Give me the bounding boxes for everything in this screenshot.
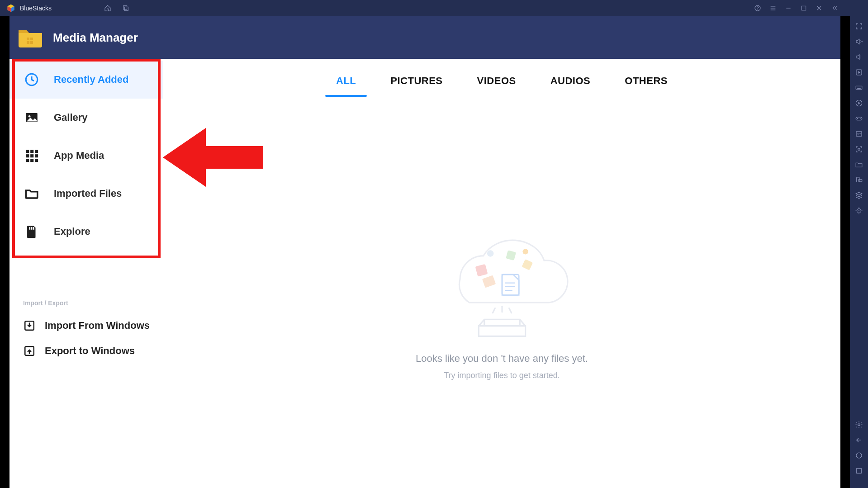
tab-label: OTHERS [625,75,668,86]
empty-state-subtitle: Try importing files to get started. [444,371,560,380]
play-square-icon[interactable] [850,68,868,77]
svg-point-10 [861,118,862,119]
tab-label: AUDIOS [550,75,591,86]
svg-rect-30 [35,150,38,153]
svg-point-3 [757,9,758,10]
picture-icon [24,110,39,125]
volume-up-icon[interactable] [850,37,868,46]
clock-icon [24,72,39,87]
svg-rect-1 [124,7,128,10]
sidebar-item-label: Imported Files [54,188,122,199]
sidebar-item-imported-files[interactable]: Imported Files [9,175,163,213]
svg-point-19 [856,453,862,458]
media-tabs: ALL PICTURES VIDEOS AUDIOS OTHERS [163,59,840,97]
tab-videos[interactable]: VIDEOS [474,71,519,97]
svg-point-9 [860,118,861,119]
tab-label: VIDEOS [477,75,516,86]
svg-rect-8 [856,117,862,120]
play-circle-icon[interactable] [850,99,868,108]
bluestacks-logo-icon [6,4,15,13]
settings-gear-icon[interactable] [850,420,868,429]
sidebar-action-label: Export to Windows [45,345,135,357]
svg-rect-21 [27,38,29,40]
svg-rect-44 [522,259,533,270]
svg-rect-43 [506,250,516,261]
stacks-icon[interactable] [850,191,868,200]
svg-point-13 [858,148,860,151]
grid-icon [24,148,39,163]
sidebar-action-export[interactable]: Export to Windows [9,338,163,364]
svg-text:APK: APK [857,133,862,135]
svg-point-17 [859,210,859,211]
tab-audios[interactable]: AUDIOS [548,71,593,97]
media-manager-folder-icon [18,27,43,48]
sidebar-item-label: App Media [54,150,104,161]
sidebar-item-app-media[interactable]: App Media [9,137,163,175]
windows-icon[interactable] [119,0,132,16]
titlebar: BlueStacks [0,0,868,16]
tab-others[interactable]: OTHERS [622,71,670,97]
back-icon[interactable] [850,436,868,445]
sidebar-section-label: Import / Export [9,296,163,313]
tab-pictures[interactable]: PICTURES [388,71,445,97]
svg-rect-42 [475,264,488,277]
fullscreen-icon[interactable] [850,22,868,31]
sidebar-item-label: Recently Added [54,74,128,85]
gamepad-icon[interactable] [850,114,868,123]
files-folder-icon[interactable] [850,160,868,169]
empty-state-title: Looks like you don 't have any files yet… [416,353,588,365]
empty-cloud-illustration-icon [432,204,572,346]
content-area: ALL PICTURES VIDEOS AUDIOS OTHERS [163,59,840,488]
collapse-sidebar-icon[interactable] [828,0,841,16]
sidebar-item-recently-added[interactable]: Recently Added [9,61,163,99]
svg-rect-38 [31,227,33,230]
menu-icon[interactable] [767,0,779,16]
rotate-icon[interactable] [850,175,868,185]
svg-rect-34 [26,159,29,162]
svg-rect-22 [30,38,33,40]
app-header: Media Manager [9,16,840,59]
home-icon[interactable] [101,0,114,16]
tab-label: PICTURES [390,75,442,86]
svg-rect-47 [482,275,495,288]
svg-rect-36 [35,159,38,162]
svg-rect-0 [123,6,127,9]
titlebar-app-name: BlueStacks [20,5,52,12]
sdcard-icon [24,224,39,239]
svg-rect-35 [30,159,33,162]
svg-rect-31 [26,154,29,157]
sidebar-item-explore[interactable]: Explore [9,213,163,251]
help-icon[interactable] [751,0,764,16]
export-icon [23,345,36,357]
right-toolbar: APK [850,16,868,488]
svg-rect-39 [33,227,34,230]
screenshot-icon[interactable] [850,145,868,154]
sidebar-action-import[interactable]: Import From Windows [9,313,163,338]
svg-rect-4 [802,6,806,10]
folder-outline-icon [24,186,39,201]
svg-rect-20 [857,469,862,474]
close-icon[interactable] [813,0,825,16]
svg-line-50 [509,308,511,313]
keyboard-icon[interactable] [850,83,868,92]
svg-rect-6 [856,86,862,90]
sidebar-item-gallery[interactable]: Gallery [9,99,163,137]
maximize-icon[interactable] [797,0,810,16]
svg-point-27 [28,115,31,118]
sidebar-action-label: Import From Windows [45,320,150,332]
app-title: Media Manager [53,31,138,45]
sidebar-item-label: Gallery [54,112,88,123]
tab-all[interactable]: ALL [333,71,359,97]
recents-icon[interactable] [850,466,868,475]
android-home-icon[interactable] [850,451,868,460]
volume-icon[interactable] [850,52,868,62]
svg-rect-33 [35,154,38,157]
import-icon [23,319,36,332]
svg-rect-29 [30,150,33,153]
apk-install-icon[interactable]: APK [850,129,868,138]
location-icon[interactable] [850,206,868,215]
svg-rect-24 [30,41,33,44]
tab-label: ALL [336,75,356,86]
minimize-icon[interactable] [782,0,795,16]
svg-line-48 [493,308,495,313]
